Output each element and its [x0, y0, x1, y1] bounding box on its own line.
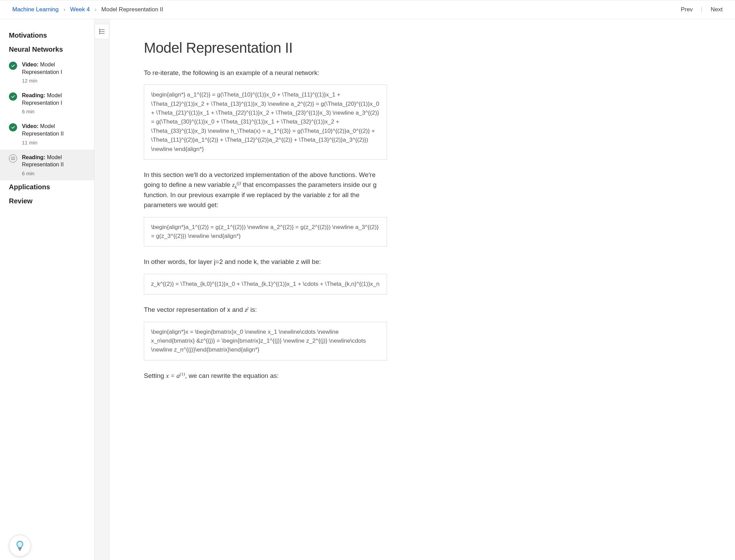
check-circle-icon	[9, 123, 17, 131]
sidebar-section-applications[interactable]: Applications	[0, 180, 94, 194]
math-block: \begin{align*}a_1^{(2)} = g(z_1^{(2)}) \…	[144, 217, 387, 247]
topbar: Machine Learning › Week 4 › Model Repres…	[0, 0, 735, 19]
nav-separator: |	[701, 6, 702, 13]
sidebar-item-text: Reading: Model Representation II 6 min	[22, 154, 88, 176]
sidebar-section-motivations[interactable]: Motivations	[0, 29, 94, 43]
sidebar-section-review[interactable]: Review	[0, 194, 94, 208]
breadcrumb: Machine Learning › Week 4 › Model Repres…	[12, 6, 163, 13]
chevron-right-icon: ›	[63, 6, 65, 13]
sidebar-section-neural-networks[interactable]: Neural Networks	[0, 43, 94, 57]
prev-next-nav: Prev | Next	[681, 6, 723, 13]
paragraph: Setting x = a(1), we can rewrite the equ…	[144, 371, 387, 381]
sidebar-item-video-model-rep-1[interactable]: Video: Model Representation I 12 min	[0, 57, 94, 88]
page-title: Model Representation II	[144, 40, 387, 56]
math-block: \begin{align*} a_1^{(2)} = g(\Theta_{10}…	[144, 85, 387, 159]
math-block: \begin{align*}x = \begin{bmatrix}x_0 \ne…	[144, 322, 387, 360]
paragraph: In other words, for layer j=2 and node k…	[144, 257, 387, 267]
lightbulb-icon	[14, 540, 26, 551]
sidebar-item-text: Reading: Model Representation I 6 min	[22, 92, 88, 114]
svg-point-2	[99, 31, 100, 32]
sidebar-item-duration: 6 min	[22, 170, 88, 176]
paragraph: To re-iterate, the following is an examp…	[144, 68, 387, 78]
sidebar-item-text: Video: Model Representation II 11 min	[22, 123, 88, 145]
prev-link[interactable]: Prev	[681, 6, 693, 13]
sidebar-item-reading-model-rep-2[interactable]: Reading: Model Representation II 6 min	[0, 150, 94, 180]
sidebar-item-duration: 11 min	[22, 140, 88, 145]
toc-column	[95, 19, 110, 560]
paragraph: In this section we'll do a vectorized im…	[144, 170, 387, 210]
math-block: z_k^{(2)} = \Theta_{k,0}^{(1)}x_0 + \The…	[144, 274, 387, 294]
sidebar-item-video-model-rep-2[interactable]: Video: Model Representation II 11 min	[0, 118, 94, 149]
paragraph: The vector representation of x and zj is…	[144, 305, 387, 315]
help-bulb-button[interactable]	[9, 535, 31, 557]
sidebar-item-duration: 12 min	[22, 78, 88, 84]
sidebar-item-reading-model-rep-1[interactable]: Reading: Model Representation I 6 min	[0, 88, 94, 118]
sidebar: Motivations Neural Networks Video: Model…	[0, 19, 95, 560]
breadcrumb-course[interactable]: Machine Learning	[12, 6, 59, 13]
sidebar-item-duration: 6 min	[22, 109, 88, 114]
book-icon	[9, 154, 17, 163]
chevron-right-icon: ›	[95, 6, 97, 13]
svg-point-4	[99, 33, 100, 34]
breadcrumb-page: Model Representation II	[101, 6, 163, 13]
check-circle-icon	[9, 92, 17, 101]
list-icon	[98, 28, 106, 35]
check-circle-icon	[9, 62, 17, 70]
next-link[interactable]: Next	[711, 6, 723, 13]
main-content: Model Representation II To re-iterate, t…	[110, 19, 414, 560]
svg-point-0	[99, 29, 100, 30]
toc-toggle-button[interactable]	[95, 24, 109, 39]
sidebar-item-text: Video: Model Representation I 12 min	[22, 61, 88, 84]
breadcrumb-week[interactable]: Week 4	[70, 6, 90, 13]
